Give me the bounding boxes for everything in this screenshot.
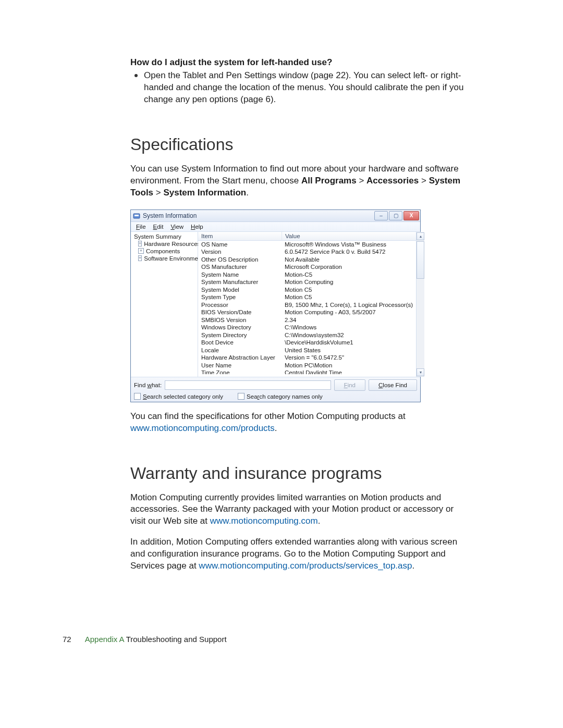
table-row[interactable]: Time ZoneCentral Daylight Time [198,369,416,374]
close-find-button[interactable]: Close Find [369,379,417,391]
specifications-intro: You can use System Information to find o… [130,163,464,199]
specifications-heading: Specifications [130,135,464,154]
menu-view[interactable]: View [167,223,187,230]
cell-value: C:\Windows\system32 [282,331,416,339]
cell-value: Microsoft® Windows Vista™ Business [282,241,416,249]
expand-icon[interactable]: + [138,248,144,254]
cell-value: Not Available [282,256,416,264]
table-body: OS NameMicrosoft® Windows Vista™ Busines… [198,241,416,374]
cell-value: United States [282,347,416,354]
col-item[interactable]: Item [198,232,282,240]
menu-file[interactable]: File [133,223,149,230]
cell-item: System Model [198,286,282,294]
window-title: System Information [143,212,374,219]
table-row[interactable]: ProcessorB9, 1500 Mhz, 1 Core(s), 1 Logi… [198,301,416,309]
cell-item: System Name [198,271,282,279]
cell-value: 6.0.5472 Service Pack 0 v. Build 5472 [282,248,416,256]
close-button[interactable]: X [403,211,419,220]
cell-value: Microsoft Corporation [282,263,416,271]
table-row[interactable]: System ModelMotion C5 [198,286,416,294]
system-information-window: System Information – ▢ X File Edit View … [130,209,421,402]
minimize-icon: – [380,213,383,218]
cell-value: Central Daylight Time [282,369,416,374]
link-services[interactable]: www.motioncomputing.com/products/service… [199,561,412,571]
cell-value: Motion PC\Motion [282,362,416,369]
tree-root-system-summary[interactable]: System Summary [131,233,198,240]
cell-item: Other OS Description [198,256,282,264]
table-row[interactable]: System ManufacturerMotion Computing [198,278,416,286]
find-input[interactable] [165,380,331,390]
scroll-thumb[interactable] [417,241,424,279]
menu-path-system-information: System Information [163,188,246,198]
checkbox-search-names[interactable]: Search category names only [238,393,323,400]
table-row[interactable]: Boot Device\Device\HarddiskVolume1 [198,339,416,347]
breadcrumb-sep: > [153,188,163,198]
cell-value: \Device\HarddiskVolume1 [282,339,416,347]
find-bar: Find what: Find Close Find Search select… [131,377,420,402]
table-row[interactable]: Other OS DescriptionNot Available [198,256,416,264]
cell-value: Motion C5 [282,286,416,294]
period: . [246,188,249,198]
table-row[interactable]: BIOS Version/DateMotion Computing - A03,… [198,309,416,316]
cell-value: Motion Computing - A03, 5/5/2007 [282,309,416,316]
table-row[interactable]: OS ManufacturerMicrosoft Corporation [198,263,416,271]
cell-item: Locale [198,347,282,354]
link-products[interactable]: www.motioncomputing.com/products [130,423,275,433]
tree-item-components[interactable]: +Components [131,248,198,255]
breadcrumb-sep: > [419,176,429,186]
cell-item: Windows Directory [198,324,282,331]
specs-after-figure: You can find the specifications for othe… [130,411,464,435]
cell-item: Processor [198,301,282,309]
scroll-up-icon[interactable]: ▴ [417,232,424,240]
table-row[interactable]: User NameMotion PC\Motion [198,362,416,369]
cell-item: Time Zone [198,369,282,374]
menu-help[interactable]: Help [188,223,206,230]
detail-table: Item Value OS NameMicrosoft® Windows Vis… [198,232,416,377]
warranty-p1: Motion Computing currently provides limi… [130,492,464,528]
expand-icon[interactable]: + [138,241,142,246]
table-row[interactable]: Windows DirectoryC:\Windows [198,324,416,331]
table-row[interactable]: System TypeMotion C5 [198,293,416,301]
checkbox-search-selected[interactable]: Search selected category only [134,393,223,400]
menu-path-all-programs: All Programs [301,176,357,186]
expand-icon[interactable]: + [138,255,142,261]
bullet-icon [134,74,138,77]
cell-item: SMBIOS Version [198,316,282,324]
page-number: 72 [63,635,71,644]
minimize-button[interactable]: – [374,211,388,220]
link-motioncomputing[interactable]: www.motioncomputing.com [210,516,318,526]
maximize-icon: ▢ [394,213,398,218]
table-header: Item Value [198,232,416,241]
scrollbar[interactable]: ▴ ▾ [416,232,424,377]
titlebar[interactable]: System Information – ▢ X [131,210,420,222]
col-value[interactable]: Value [282,232,416,240]
menu-edit[interactable]: Edit [150,223,167,230]
nav-tree: System Summary +Hardware Resources +Comp… [131,232,198,377]
warranty-heading: Warranty and insurance programs [130,464,464,483]
menu-path-accessories: Accessories [366,176,419,186]
app-icon [133,212,140,219]
cell-item: Version [198,248,282,256]
table-row[interactable]: OS NameMicrosoft® Windows Vista™ Busines… [198,241,416,249]
cell-item: System Type [198,293,282,301]
table-row[interactable]: Hardware Abstraction LayerVersion = "6.0… [198,354,416,362]
table-row[interactable]: Version6.0.5472 Service Pack 0 v. Build … [198,248,416,256]
cell-item: Boot Device [198,339,282,347]
appendix-label: Appendix A [85,635,124,644]
find-button[interactable]: Find [334,379,365,391]
table-row[interactable]: LocaleUnited States [198,347,416,354]
cell-item: System Directory [198,331,282,339]
page-footer: 72 Appendix A Troubleshooting and Suppor… [63,635,464,644]
cell-item: BIOS Version/Date [198,309,282,316]
scroll-down-icon[interactable]: ▾ [417,368,424,376]
tree-item-hardware-resources[interactable]: +Hardware Resources [131,240,198,248]
tree-label: Software Environment [144,255,203,262]
tree-item-software-environment[interactable]: +Software Environment [131,255,198,262]
cell-item: OS Manufacturer [198,263,282,271]
table-row[interactable]: System DirectoryC:\Windows\system32 [198,331,416,339]
text: You can find the specifications for othe… [130,411,406,421]
table-row[interactable]: SMBIOS Version2.34 [198,316,416,324]
table-row[interactable]: System NameMotion-C5 [198,271,416,279]
appendix-title: Troubleshooting and Support [124,635,227,644]
maximize-button[interactable]: ▢ [389,211,402,220]
